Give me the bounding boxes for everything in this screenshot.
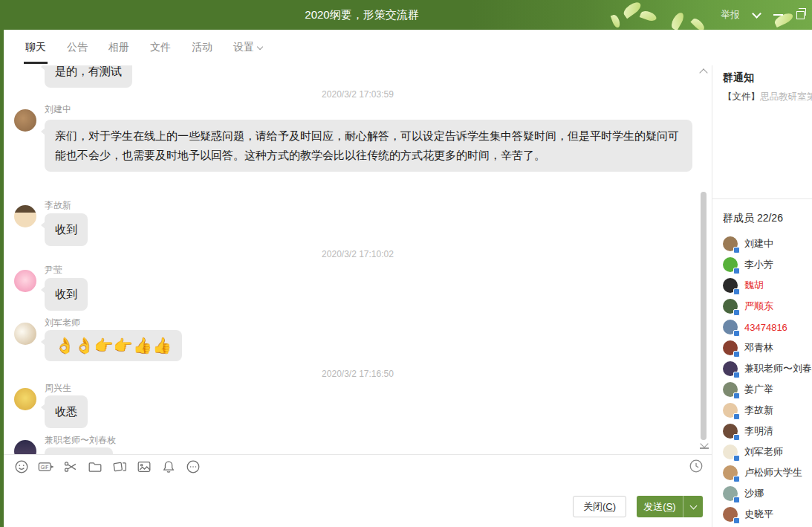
close-button[interactable]: 关闭(C): [573, 496, 626, 517]
member-name: 兼职老师〜刘春枚: [744, 362, 812, 375]
member-name: 沙娜: [744, 487, 764, 500]
sender-name: 李故新: [45, 199, 71, 212]
message-bubble: 收到: [45, 278, 88, 311]
member-item[interactable]: 43474816: [712, 317, 812, 337]
member-item[interactable]: 兼职老师〜刘春枚: [712, 358, 812, 379]
mobile-online-badge: [733, 455, 740, 462]
member-name: 卢松师大学生: [744, 466, 802, 479]
member-name: 李小芳: [744, 258, 773, 271]
image-button[interactable]: [135, 458, 153, 476]
clipped-message-bubble: [45, 447, 113, 454]
send-button[interactable]: 发送(S): [637, 496, 703, 517]
member-item[interactable]: 李明清: [712, 421, 812, 442]
svg-text:GIF: GIF: [41, 465, 49, 470]
avatar: [723, 299, 738, 314]
window-shake-icon: [111, 459, 128, 475]
flower-decoration: [640, 10, 657, 23]
mobile-online-badge: [733, 476, 740, 482]
member-item[interactable]: 姜广举: [712, 379, 812, 400]
avatar: [723, 257, 738, 272]
group-notice-item[interactable]: 【文件】思品教研室第二: [723, 91, 812, 103]
member-name: 43474816: [744, 322, 787, 333]
sender-name: 尹莹: [45, 264, 62, 277]
notification-button[interactable]: [160, 458, 178, 476]
scroll-up-icon[interactable]: [699, 68, 709, 75]
member-item[interactable]: 严顺东: [712, 296, 812, 317]
send-options-button[interactable]: [683, 496, 703, 517]
more-icon: [185, 459, 201, 475]
avatar[interactable]: [14, 388, 36, 410]
composer: GIF: [4, 454, 712, 527]
more-tools-button[interactable]: [184, 458, 202, 476]
mobile-online-badge: [733, 268, 740, 274]
sidebar: 群通知 【文件】思品教研室第二 群成员 22/26 刘建中 李小芳 魏胡 严顺东: [712, 65, 812, 527]
tab-activity[interactable]: 活动: [181, 30, 223, 65]
tab-chat[interactable]: 聊天: [15, 30, 56, 65]
avatar: [723, 486, 738, 501]
window-title: 2020纲要，形策交流群: [305, 8, 418, 22]
bell-icon: [160, 459, 177, 475]
avatar: [723, 361, 738, 376]
avatar: [723, 320, 738, 334]
chat-scrollbar-thumb[interactable]: [701, 192, 707, 440]
member-item[interactable]: 魏胡: [712, 275, 812, 296]
sender-name: 刘建中: [45, 103, 71, 116]
chevron-down-icon: [257, 44, 263, 50]
avatar: [723, 507, 738, 522]
member-item[interactable]: 李小芳: [712, 254, 812, 275]
member-name: 魏胡: [744, 279, 764, 292]
mobile-online-badge: [733, 372, 740, 378]
tab-bar: 聊天 公告 相册 文件 活动 设置: [4, 30, 812, 65]
jump-to-latest-icon[interactable]: [699, 441, 709, 450]
member-item[interactable]: 卢松师大学生: [712, 462, 812, 483]
screenshot-button[interactable]: [62, 458, 79, 476]
report-link[interactable]: 举报: [721, 8, 740, 22]
member-name: 刘军老师: [744, 445, 783, 459]
avatar[interactable]: [14, 205, 36, 227]
tab-files[interactable]: 文件: [140, 30, 181, 65]
member-item[interactable]: 刘军老师: [712, 442, 812, 462]
sender-name: 兼职老师〜刘春枚: [45, 434, 116, 447]
avatar[interactable]: [14, 440, 36, 454]
member-item[interactable]: 沙娜: [712, 483, 812, 504]
avatar: [723, 236, 738, 251]
timestamp: 2020/3/2 17:10:02: [4, 249, 712, 259]
message-input[interactable]: [14, 480, 564, 505]
mobile-online-badge: [733, 309, 740, 316]
member-name: 李故新: [744, 404, 773, 417]
folder-icon: [87, 459, 103, 475]
group-members-title: 群成员 22/26: [723, 212, 783, 225]
member-item[interactable]: 李故新: [712, 400, 812, 421]
mobile-online-badge: [733, 434, 740, 441]
scissors-icon: [62, 459, 79, 475]
avatar: [723, 382, 738, 397]
avatar[interactable]: [14, 270, 36, 292]
message-bubble: 收到: [45, 213, 88, 246]
tab-settings[interactable]: 设置: [223, 30, 273, 65]
restore-button[interactable]: [796, 11, 805, 19]
message-history-button[interactable]: [688, 458, 704, 474]
member-item[interactable]: 邓青林: [712, 337, 812, 358]
avatar[interactable]: [14, 323, 36, 345]
gif-icon: GIF: [37, 459, 55, 475]
gif-button[interactable]: GIF: [37, 458, 55, 476]
flower-decoration: [669, 11, 686, 31]
sender-name: 周兴生: [45, 382, 71, 395]
avatar[interactable]: [14, 109, 36, 132]
mobile-online-badge: [733, 392, 740, 399]
tab-announcement[interactable]: 公告: [56, 30, 98, 65]
window-shake-button[interactable]: [111, 458, 129, 476]
message-bubble: 亲们，对于学生在线上的一些疑惑问题，请给予及时回应，耐心解答，可以设定告诉学生集…: [45, 120, 692, 172]
avatar: [723, 424, 738, 439]
tab-album[interactable]: 相册: [98, 30, 140, 65]
member-item[interactable]: 刘建中: [712, 233, 812, 254]
member-item[interactable]: 史晓平: [712, 504, 812, 525]
minimize-button[interactable]: [773, 14, 783, 16]
mobile-online-badge: [733, 351, 740, 358]
chevron-down-icon[interactable]: [752, 9, 761, 19]
file-button[interactable]: [86, 458, 104, 476]
clipped-message-bubble: 是的，有测试: [45, 65, 132, 88]
emoji-button[interactable]: [13, 458, 30, 476]
title-bar: 2020纲要，形策交流群 举报: [0, 0, 812, 30]
emoji-message-bubble: 👌👌👉👉👍👍: [45, 330, 182, 361]
